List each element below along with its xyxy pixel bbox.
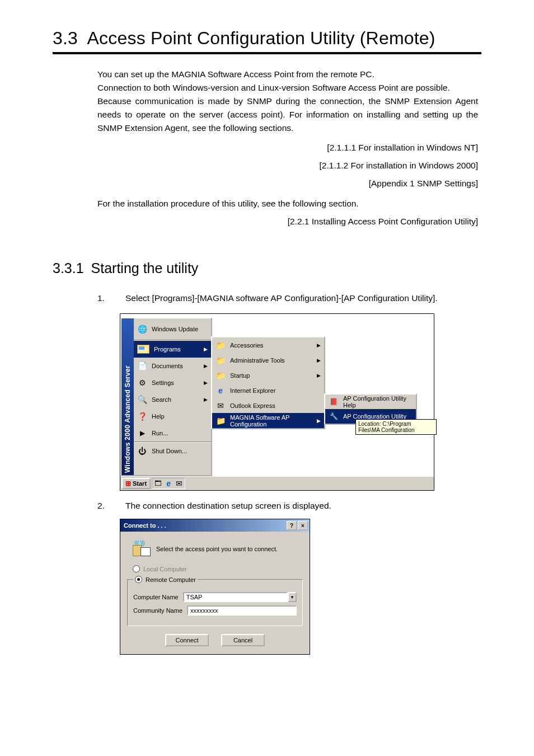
dialog-icon: ((( ))) xyxy=(133,541,149,557)
start-item-documents[interactable]: Documents ▶ xyxy=(134,358,211,374)
screenshot-connect-dialog: Connect to . . . ? × ((( ))) Select the … xyxy=(120,519,310,655)
heading-rule xyxy=(53,52,481,54)
shutdown-icon xyxy=(137,446,147,456)
submenu-item-admin-tools[interactable]: Administrative Tools ▶ xyxy=(212,353,324,368)
submenu-arrow-icon: ▶ xyxy=(204,363,208,369)
quick-launch: 🗔 xyxy=(152,478,185,489)
folder-icon xyxy=(216,370,226,381)
community-name-label: Community Name xyxy=(133,607,182,614)
config-utility-icon xyxy=(329,411,339,421)
start-button[interactable]: Start xyxy=(121,478,151,489)
subsection-number: 3.3.1 xyxy=(53,260,84,276)
start-item-label: Shut Down... xyxy=(152,448,187,454)
start-item-label: Programs xyxy=(154,346,181,353)
connect-button[interactable]: Connect xyxy=(165,634,209,646)
help-file-icon xyxy=(329,397,339,407)
submenu-arrow-icon: ▶ xyxy=(204,346,208,352)
step-2-text: The connection destination setup screen … xyxy=(125,501,481,511)
dialog-title: Connect to . . . xyxy=(124,522,166,529)
start-item-search[interactable]: Search ▶ xyxy=(134,391,211,408)
submenu-arrow-icon: ▶ xyxy=(317,358,321,363)
steps-list-2: 2. The connection destination setup scre… xyxy=(97,501,481,511)
start-item-label: Help xyxy=(152,413,165,420)
quick-launch-oe-icon[interactable] xyxy=(175,479,184,488)
radio-icon xyxy=(133,565,140,572)
ref-link-3: [Appendix 1 SNMP Settings] xyxy=(97,179,478,189)
internet-explorer-icon xyxy=(216,386,226,396)
start-item-run[interactable]: Run... xyxy=(134,425,211,442)
start-item-shutdown[interactable]: Shut Down... xyxy=(134,443,211,459)
start-item-help[interactable]: Help xyxy=(134,408,211,425)
community-name-input[interactable] xyxy=(187,605,297,616)
dialog-body: ((( ))) Select the access point you want… xyxy=(120,532,310,654)
submenu-item-magnia[interactable]: MAGNIA Software AP Configuration ▶ xyxy=(212,413,324,428)
section-number: 3.3 xyxy=(53,28,78,48)
step-1-number: 1. xyxy=(97,293,125,303)
dropdown-button[interactable]: ▼ xyxy=(288,592,297,602)
start-item-label: Settings xyxy=(152,379,174,386)
submenu-item-ap-help[interactable]: AP Configuration Utility Help xyxy=(325,395,416,409)
taskbar: Start 🗔 xyxy=(120,476,434,490)
submenu-arrow-icon: ▶ xyxy=(317,418,321,424)
intro-p2: Connection to both Windows-version and L… xyxy=(97,81,478,95)
intro-p1: You can set up the MAGNIA Software Acces… xyxy=(97,68,478,81)
run-icon xyxy=(137,428,147,438)
cancel-button[interactable]: Cancel xyxy=(221,634,265,646)
computer-name-combo[interactable]: ▼ xyxy=(183,592,297,602)
folder-icon xyxy=(216,340,226,350)
intro-p3: Because communication is made by SNMP du… xyxy=(97,95,478,135)
radio-remote-computer[interactable]: Remote Computer xyxy=(133,576,198,583)
start-button-label: Start xyxy=(133,480,147,487)
titlebar-help-button[interactable]: ? xyxy=(287,521,297,530)
start-menu-banner: Windows 2000 Advanced Server xyxy=(121,318,134,475)
submenu-item-oe[interactable]: Outlook Express xyxy=(212,398,324,413)
tooltip-location: Location: C:\Program Files\MA Configurat… xyxy=(355,419,437,435)
quick-launch-desktop-icon[interactable]: 🗔 xyxy=(153,479,162,488)
reference-links-block-2: [2.2.1 Installing Access Point Configura… xyxy=(97,217,478,227)
settings-icon xyxy=(137,378,147,388)
help-icon xyxy=(137,411,147,421)
submenu-arrow-icon: ▶ xyxy=(204,380,208,386)
section-title: Access Point Configuration Utility (Remo… xyxy=(87,28,435,48)
ref-link-2: [2.1.1.2 For installation in Windows 200… xyxy=(97,161,478,171)
steps-list: 1. Select [Programs]-[MAGNIA software AP… xyxy=(97,293,481,303)
submenu-item-label: MAGNIA Software AP Configuration xyxy=(230,414,312,428)
step-2-number: 2. xyxy=(97,501,125,511)
quick-launch-ie-icon[interactable] xyxy=(164,479,173,488)
folder-icon xyxy=(216,416,226,426)
titlebar-close-button[interactable]: × xyxy=(298,521,308,530)
start-item-windows-update[interactable]: Windows Update xyxy=(134,318,211,340)
start-item-label: Windows Update xyxy=(152,326,198,332)
page-title: 3.3 Access Point Configuration Utility (… xyxy=(53,28,481,49)
submenu-item-accessories[interactable]: Accessories ▶ xyxy=(212,337,324,353)
programs-icon xyxy=(137,345,149,354)
start-item-settings[interactable]: Settings ▶ xyxy=(134,374,211,391)
submenu-item-label: Outlook Express xyxy=(230,402,275,409)
programs-submenu: Accessories ▶ Administrative Tools ▶ Sta… xyxy=(211,336,325,429)
reference-links-block: [2.1.1.1 For installation in Windows NT]… xyxy=(97,143,478,189)
submenu-item-label: Internet Explorer xyxy=(230,387,275,394)
submenu-arrow-icon: ▶ xyxy=(204,397,208,402)
radio-label: Remote Computer xyxy=(146,576,196,583)
windows-update-icon xyxy=(137,324,147,334)
submenu-arrow-icon: ▶ xyxy=(317,342,321,348)
submenu-item-label: Accessories xyxy=(230,342,263,349)
computer-name-input[interactable] xyxy=(183,592,288,602)
submenu-item-label: AP Configuration Utility Help xyxy=(343,395,413,408)
ref-link-4: [2.2.1 Installing Access Point Configura… xyxy=(97,217,478,227)
dialog-titlebar: Connect to . . . ? × xyxy=(120,519,310,532)
start-item-label: Run... xyxy=(152,430,168,436)
computer-name-label: Computer Name xyxy=(133,594,179,600)
start-item-label: Documents xyxy=(152,363,183,369)
submenu-item-ie[interactable]: Internet Explorer xyxy=(212,383,324,398)
submenu-item-startup[interactable]: Startup ▶ xyxy=(212,368,324,383)
radio-local-computer[interactable]: Local Computer xyxy=(133,565,303,572)
radio-label: Local Computer xyxy=(143,566,187,572)
submenu-item-label: Administrative Tools xyxy=(230,357,285,364)
start-item-programs[interactable]: Programs ▶ xyxy=(134,341,211,358)
remote-computer-group: Remote Computer Computer Name ▼ Communit… xyxy=(127,576,303,626)
step-1-text: Select [Programs]-[MAGNIA software AP Co… xyxy=(125,293,481,303)
start-menu: Windows 2000 Advanced Server Windows Upd… xyxy=(120,317,212,476)
intro2-text: For the installation procedure of this u… xyxy=(97,199,478,209)
submenu-item-label: Startup xyxy=(230,372,250,379)
